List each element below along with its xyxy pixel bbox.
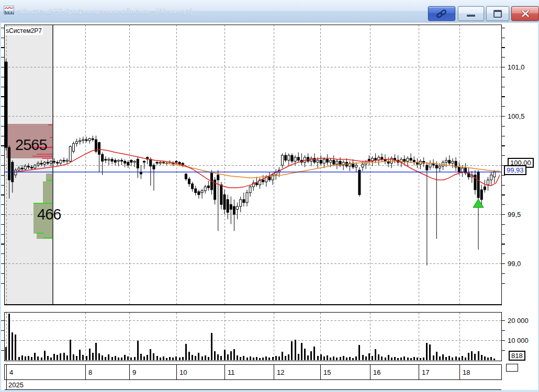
minimize-icon [467,15,475,17]
instrument-label: sСистем2Р7 [5,27,43,35]
chart-canvas: 101,0100,599,599,020 00010 0004891011121… [0,0,539,392]
price-pane[interactable] [5,25,501,305]
profile-lower-value: 466 [37,206,61,223]
restore-button[interactable] [486,6,509,21]
volume-pane[interactable] [5,313,501,361]
restore-icon [493,10,502,18]
time-axis[interactable] [5,364,501,390]
volume-axis-label: 10 000 [508,337,529,344]
volume-axis-label: 20 000 [508,317,529,325]
minimize-button[interactable] [458,6,484,21]
window-title: sСистем2Р7 График цены и объёма - [60 ми… [17,6,193,15]
chain-link-icon [436,9,447,18]
last-volume-box: 818 [509,351,525,361]
profile-upper-value: 2565 [15,136,47,154]
year-label: 2025 [8,381,24,389]
link-window-button[interactable] [428,6,455,21]
close-button[interactable] [511,6,539,21]
application-window: 101,0100,599,599,020 00010 0004891011121… [0,0,539,392]
title-bar[interactable]: sСистем2Р7 График цены и объёма - [60 ми… [0,0,539,22]
window-border-bottom [0,390,539,392]
close-icon [521,10,530,17]
window-border-left [0,22,1,392]
app-icon [4,6,14,15]
last-price-box: 99,93 [504,165,526,175]
axis-corner-box [507,364,518,372]
